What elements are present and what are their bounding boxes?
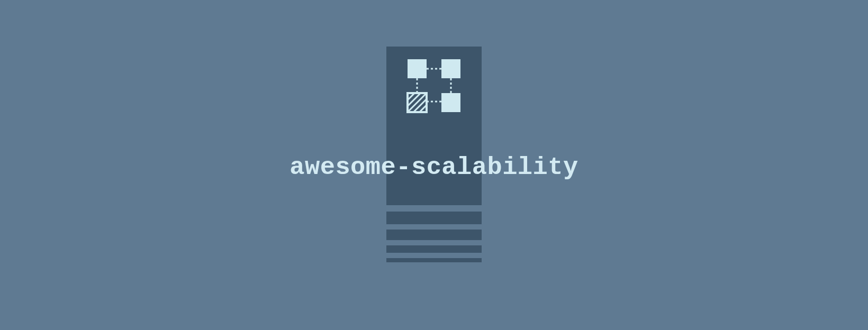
fade-bar [386,245,482,253]
svg-rect-9 [408,93,427,112]
grid-nodes-icon [406,58,462,113]
fade-bar [386,230,482,240]
fade-bar [386,212,482,224]
logo-panel [386,47,482,205]
svg-rect-5 [441,59,460,78]
fade-bar [386,258,482,262]
project-title: awesome-scalability [290,153,578,181]
svg-rect-4 [408,59,427,78]
hero-banner: awesome-scalability [0,0,868,330]
svg-rect-6 [441,93,460,112]
fade-bars [386,212,482,262]
